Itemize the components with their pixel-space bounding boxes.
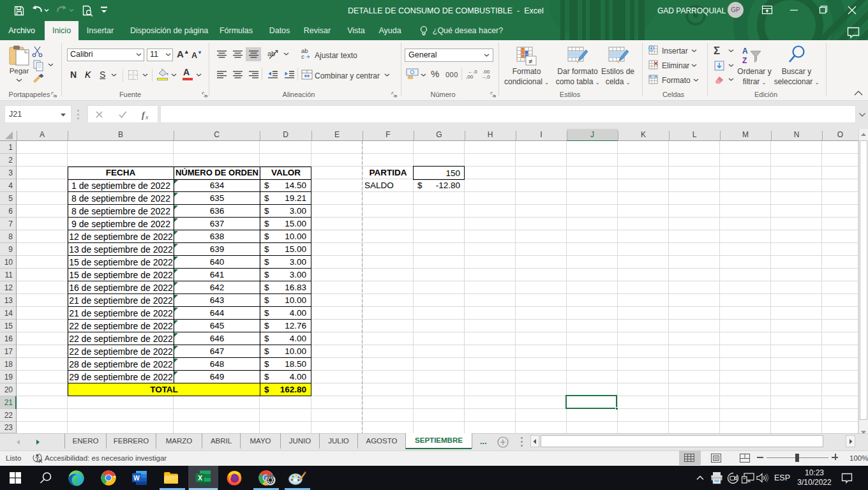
svg-text:X: X xyxy=(198,474,202,482)
svg-text:c: c xyxy=(301,53,304,60)
svg-text:,00: ,00 xyxy=(466,74,474,80)
svg-text:→,0: →,0 xyxy=(481,74,490,80)
svg-text:Z: Z xyxy=(742,56,747,65)
svg-text:A: A xyxy=(742,47,748,56)
svg-text:W: W xyxy=(133,475,140,482)
svg-text:x: x xyxy=(145,114,149,121)
svg-text:≠: ≠ xyxy=(528,57,532,65)
